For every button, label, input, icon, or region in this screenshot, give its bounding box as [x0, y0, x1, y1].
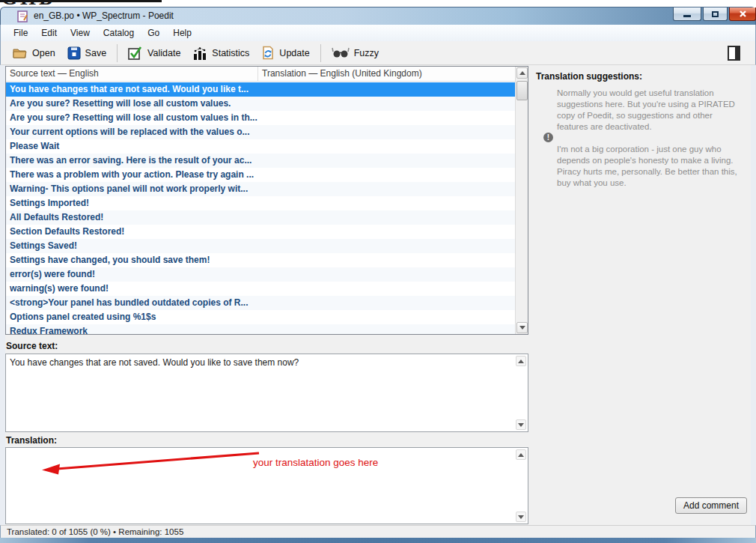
client-area: Source text — English Translation — Engl…: [0, 65, 756, 525]
scroll-down-button[interactable]: [516, 419, 526, 430]
poedit-app-icon: [17, 10, 28, 25]
list-item[interactable]: Are you sure? Resetting will lose all cu…: [6, 111, 515, 125]
validate-button[interactable]: Validate: [122, 43, 186, 63]
fuzzy-glasses-icon: [332, 47, 350, 58]
list-scrollbar[interactable]: [515, 67, 528, 334]
menubar: File Edit View Catalog Go Help: [0, 25, 756, 41]
scroll-up-button[interactable]: [516, 356, 526, 366]
source-text-value: You have changes that are not saved. Wou…: [10, 357, 511, 368]
list-item[interactable]: There was an error saving. Here is the r…: [6, 154, 515, 168]
scroll-up-button[interactable]: [516, 67, 528, 79]
translation-input[interactable]: your translatation goes here: [5, 447, 528, 524]
toolbar: Open Save Validate Statistics: [0, 41, 756, 65]
list-item[interactable]: Redux Framework: [6, 324, 515, 334]
arrow-up-icon: [518, 360, 524, 363]
column-header-source[interactable]: Source text — English: [6, 67, 258, 81]
open-folder-icon: [13, 47, 28, 59]
window-border-right: [751, 65, 756, 525]
warning-icon: !: [543, 133, 553, 142]
menu-help[interactable]: Help: [166, 25, 198, 40]
toolbar-separator: [320, 44, 321, 62]
validate-check-icon: [128, 46, 143, 60]
menu-edit[interactable]: Edit: [34, 25, 64, 40]
update-button[interactable]: Update: [255, 43, 315, 63]
statusbar: Translated: 0 of 1055 (0 %) • Remaining:…: [0, 525, 756, 538]
open-button[interactable]: Open: [7, 44, 61, 62]
arrow-up-icon: [518, 453, 524, 457]
scrollbar-thumb[interactable]: [516, 81, 528, 100]
list-item[interactable]: Warning- This options panel will not wor…: [6, 182, 515, 196]
list-item[interactable]: Are you sure? Resetting will lose all cu…: [6, 97, 515, 111]
minimize-icon: [683, 15, 691, 17]
maximize-button[interactable]: [703, 7, 728, 21]
annotation-arrow-icon: [36, 449, 268, 475]
minimize-button[interactable]: [673, 7, 701, 21]
statistics-label: Statistics: [212, 48, 249, 58]
window-border-left: [0, 65, 5, 525]
list-rows: You have changes that are not saved. Wou…: [6, 82, 515, 334]
list-item[interactable]: Settings Imported!: [6, 196, 515, 210]
source-text-label: Source text:: [6, 341, 58, 351]
save-button[interactable]: Save: [61, 43, 113, 63]
arrow-down-icon: [518, 423, 524, 427]
background-artifact: GHB: [0, 0, 756, 7]
menu-view[interactable]: View: [64, 25, 97, 40]
artifact-clipped-text: GHB: [1, 0, 55, 7]
source-text-box[interactable]: You have changes that are not saved. Wou…: [5, 354, 528, 432]
menu-go[interactable]: Go: [141, 25, 166, 40]
sidebar-toggle-icon: [728, 46, 740, 61]
validate-label: Validate: [147, 48, 180, 58]
list-item[interactable]: There was a problem with your action. Pl…: [6, 168, 515, 182]
add-comment-button[interactable]: Add comment: [675, 497, 747, 514]
save-floppy-icon: [67, 46, 81, 60]
scroll-up-button[interactable]: [516, 449, 526, 460]
arrow-down-icon: [518, 515, 524, 519]
suggestions-title: Translation suggestions:: [536, 71, 642, 82]
toolbar-separator: [117, 44, 118, 62]
list-item[interactable]: You have changes that are not saved. Wou…: [6, 82, 515, 97]
status-text: Translated: 0 of 1055 (0 %) • Remaining:…: [7, 527, 183, 536]
update-refresh-icon: [261, 46, 275, 60]
translation-label: Translation:: [6, 435, 57, 446]
list-item[interactable]: All Defaults Restored!: [6, 210, 515, 225]
close-icon: [739, 10, 747, 18]
window-title: en_GB.po • WP_Spectrum - Poedit: [34, 10, 174, 21]
list-item[interactable]: Options panel created using %1$s: [6, 310, 515, 324]
list-item[interactable]: Your current options will be replaced wi…: [6, 125, 515, 139]
update-label: Update: [279, 48, 309, 58]
list-item[interactable]: <strong>Your panel has bundled outdated …: [6, 296, 515, 310]
arrow-down-icon: [519, 326, 525, 330]
translation-list: Source text — English Translation — Engl…: [5, 66, 528, 335]
annotation-text: your translatation goes here: [253, 457, 378, 468]
window-border-bottom: [0, 538, 756, 543]
open-label: Open: [32, 48, 55, 58]
list-item[interactable]: Please Wait: [6, 139, 515, 154]
statistics-chart-icon: [192, 46, 207, 60]
suggestions-paragraph-1: Normally you would get useful translatio…: [557, 88, 746, 133]
menu-file[interactable]: File: [7, 25, 34, 40]
suggestions-paragraph-2: I'm not a big corporation - just one guy…: [557, 144, 746, 189]
list-item[interactable]: error(s) were found!: [6, 267, 515, 282]
list-item[interactable]: Settings Saved!: [6, 239, 515, 253]
list-header: Source text — English Translation — Engl…: [6, 67, 515, 82]
titlebar[interactable]: en_GB.po • WP_Spectrum - Poedit: [0, 7, 756, 25]
list-item[interactable]: warning(s) were found!: [6, 282, 515, 296]
maximize-icon: [712, 11, 719, 17]
scroll-down-button[interactable]: [516, 322, 528, 333]
close-button[interactable]: [729, 7, 756, 21]
fuzzy-button[interactable]: Fuzzy: [326, 44, 385, 61]
scroll-down-button[interactable]: [516, 512, 526, 522]
save-label: Save: [85, 48, 107, 58]
fuzzy-label: Fuzzy: [354, 48, 379, 58]
sidebar-toggle-button[interactable]: [728, 46, 740, 64]
arrow-up-icon: [519, 71, 525, 75]
statistics-button[interactable]: Statistics: [186, 43, 255, 63]
suggestions-sidebar: Translation suggestions: Normally you wo…: [533, 66, 751, 524]
list-item[interactable]: Settings have changed, you should save t…: [6, 253, 515, 267]
column-header-translation[interactable]: Translation — English (United Kingdom): [258, 67, 515, 81]
list-item[interactable]: Section Defaults Restored!: [6, 225, 515, 239]
menu-catalog[interactable]: Catalog: [97, 25, 141, 40]
